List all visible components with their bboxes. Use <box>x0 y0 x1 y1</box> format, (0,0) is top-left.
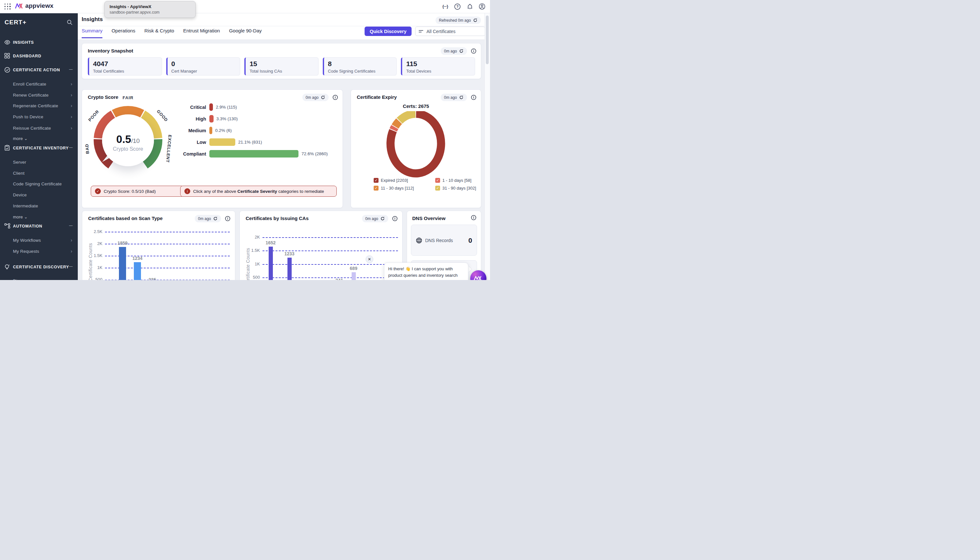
chevron-right-icon: › <box>71 237 72 243</box>
sidebar-search-icon[interactable] <box>67 20 73 27</box>
collapse-icon[interactable]: — <box>69 67 73 71</box>
sidebar-item-label: more ⌄ <box>13 215 28 219</box>
sidebar-item-code-signing-certificate[interactable]: Code Signing Certificate <box>0 180 78 188</box>
panel-title: DNS Overview <box>412 215 446 221</box>
inventory-card-code-signing-certificates[interactable]: 8Code Signing Certificates <box>323 57 397 75</box>
severity-bar <box>209 138 235 146</box>
severity-row-critical[interactable]: Critical2.9% (115) <box>158 103 328 111</box>
collapse-icon[interactable]: — <box>69 223 73 227</box>
severity-row-low[interactable]: Low21.1% (831) <box>158 138 328 146</box>
legend-checkbox[interactable]: ✓ <box>374 178 378 183</box>
sidebar-item-reissue-certificate[interactable]: Reissue Certificate› <box>0 125 78 133</box>
inventory-card-total-certificates[interactable]: 4047Total Certificates <box>88 57 162 75</box>
sidebar-item-push-to-device[interactable]: Push to Device› <box>0 113 78 122</box>
inventory-card-value: 115 <box>406 60 471 68</box>
collapse-icon[interactable]: — <box>69 145 73 149</box>
sidebar-item-server[interactable]: Server <box>0 158 78 167</box>
notifications-bell-icon[interactable] <box>466 3 473 10</box>
sidebar-item-more[interactable]: more ⌄ <box>0 213 78 222</box>
refresh-pill[interactable]: 0m ago <box>195 215 221 222</box>
info-icon[interactable] <box>471 215 477 220</box>
chevron-right-icon: › <box>71 114 72 119</box>
tab-google-90-day[interactable]: Google 90-Day <box>229 28 262 38</box>
panel-title: Certificates by Issuing CAs <box>246 215 308 221</box>
bar-1234[interactable] <box>134 262 141 280</box>
refresh-pill[interactable]: 0m ago <box>441 47 467 55</box>
severity-value: 2.9% (115) <box>216 105 237 110</box>
certificate-filter-dropdown[interactable]: All Certificates <box>415 27 485 36</box>
legend-checkbox[interactable]: ✓ <box>435 178 440 183</box>
sidebar-item-certificate-action[interactable]: CERTIFICATE ACTION— <box>0 67 78 75</box>
apps-grid-icon[interactable] <box>5 3 11 10</box>
bar-1859[interactable] <box>119 247 126 280</box>
refreshed-pill[interactable]: Refreshed 0m ago <box>435 17 481 24</box>
severity-label: Low <box>158 140 209 145</box>
sidebar-item-insights[interactable]: INSIGHTS <box>0 39 78 47</box>
tab-summary[interactable]: Summary <box>82 28 102 38</box>
page-scrollbar[interactable] <box>485 13 490 280</box>
sidebar-item-more[interactable]: more ⌄ <box>0 135 78 143</box>
scan-type-panel: Certificates based on Scan Type 0m ago C… <box>82 211 235 280</box>
chat-close-button[interactable]: ✕ <box>365 255 373 263</box>
refresh-pill[interactable]: 0m ago <box>302 94 328 101</box>
info-icon[interactable] <box>392 216 398 221</box>
sidebar-item-my-workflows[interactable]: My Workflows› <box>0 237 78 245</box>
legend-checkbox[interactable]: ✓ <box>435 186 440 190</box>
legend-item-11-30-days-112-[interactable]: ✓11 - 30 days [112] <box>374 186 435 190</box>
info-icon[interactable] <box>471 95 477 100</box>
legend-item-expired-2203-[interactable]: ✓Expired [2203] <box>374 178 435 183</box>
browser-tab-tooltip: Insights - AppViewX sandbox-partner.appv… <box>104 1 196 18</box>
bar-1652[interactable] <box>269 247 273 280</box>
sidebar-item-label: Push to Device <box>13 114 43 119</box>
scrollbar-thumb[interactable] <box>486 15 489 64</box>
sidebar-item-certificate-inventory[interactable]: CERTIFICATE INVENTORY— <box>0 145 78 153</box>
sidebar-item-certificate-discovery[interactable]: CERTIFICATE DISCOVERY— <box>0 263 78 272</box>
info-icon[interactable] <box>225 216 230 221</box>
appviewx-insights-page: appviewx {···} ? Insights - AppViewX san… <box>0 0 490 280</box>
remediate-hint-text: Click any of the above Certificate Sever… <box>193 189 324 194</box>
sidebar-item-regenerate-certificate[interactable]: Regenerate Certificate› <box>0 102 78 110</box>
inventory-card-total-issuing-cas[interactable]: 15Total Issuing CAs <box>244 57 318 75</box>
dns-records-label: DNS Records <box>425 238 453 243</box>
legend-item-31-90-days-302-[interactable]: ✓31 - 90 days [302] <box>435 186 490 190</box>
expiry-donut-chart[interactable] <box>380 111 452 179</box>
sidebar-item-discovery[interactable]: Discovery› <box>0 277 78 280</box>
dns-records-row[interactable]: DNS Records 0 <box>411 225 477 256</box>
api-code-icon[interactable]: {···} <box>442 3 448 10</box>
help-icon[interactable]: ? <box>454 3 461 10</box>
tab-risk-crypto[interactable]: Risk & Crypto <box>145 28 174 38</box>
refresh-pill[interactable]: 0m ago <box>441 94 467 101</box>
sidebar-item-dashboard[interactable]: DASHBOARD <box>0 52 78 61</box>
sidebar-item-my-requests[interactable]: My Requests› <box>0 248 78 256</box>
refresh-icon <box>473 18 478 23</box>
sidebar-item-client[interactable]: Client <box>0 170 78 178</box>
severity-row-high[interactable]: High3.3% (130) <box>158 115 328 122</box>
bar-value-label: 241 <box>335 278 343 280</box>
crypto-score-suffix: /10 <box>131 137 140 144</box>
sidebar-item-automation[interactable]: AUTOMATION— <box>0 223 78 231</box>
severity-row-compliant[interactable]: Compliant72.6% (2860) <box>158 150 328 158</box>
sidebar-item-device[interactable]: Device <box>0 191 78 200</box>
tab-entrust-migration[interactable]: Entrust Migration <box>183 28 220 38</box>
severity-row-medium[interactable]: Medium0.2% (6) <box>158 127 328 134</box>
legend-checkbox[interactable]: ✓ <box>374 186 378 190</box>
chevron-right-icon: › <box>71 125 72 131</box>
info-icon[interactable] <box>332 95 338 100</box>
svg-text:?: ? <box>456 5 458 8</box>
user-avatar-icon[interactable] <box>479 3 485 10</box>
tab-operations[interactable]: Operations <box>112 28 135 38</box>
inventory-card-total-devices[interactable]: 115Total Devices <box>401 57 475 75</box>
inventory-card-cert-manager[interactable]: 0Cert Manager <box>166 57 240 75</box>
sidebar-item-intermediate[interactable]: Intermediate <box>0 202 78 211</box>
info-icon[interactable] <box>471 48 477 54</box>
legend-item-1-10-days-58-[interactable]: ✓1 - 10 days [58] <box>435 178 490 183</box>
bar-1233[interactable] <box>287 258 292 280</box>
refresh-pill[interactable]: 0m ago <box>362 215 388 222</box>
sidebar-item-enroll-certificate[interactable]: Enroll Certificate› <box>0 80 78 89</box>
quick-discovery-button[interactable]: Quick Discovery <box>365 27 412 36</box>
sidebar-item-renew-certificate[interactable]: Renew Certificate› <box>0 92 78 100</box>
bar-689[interactable] <box>352 272 356 280</box>
appviewx-logo[interactable]: appviewx <box>15 2 53 9</box>
collapse-icon[interactable]: — <box>69 264 73 268</box>
issuing-ca-panel: Certificates by Issuing CAs 0m ago Certi… <box>240 211 402 280</box>
